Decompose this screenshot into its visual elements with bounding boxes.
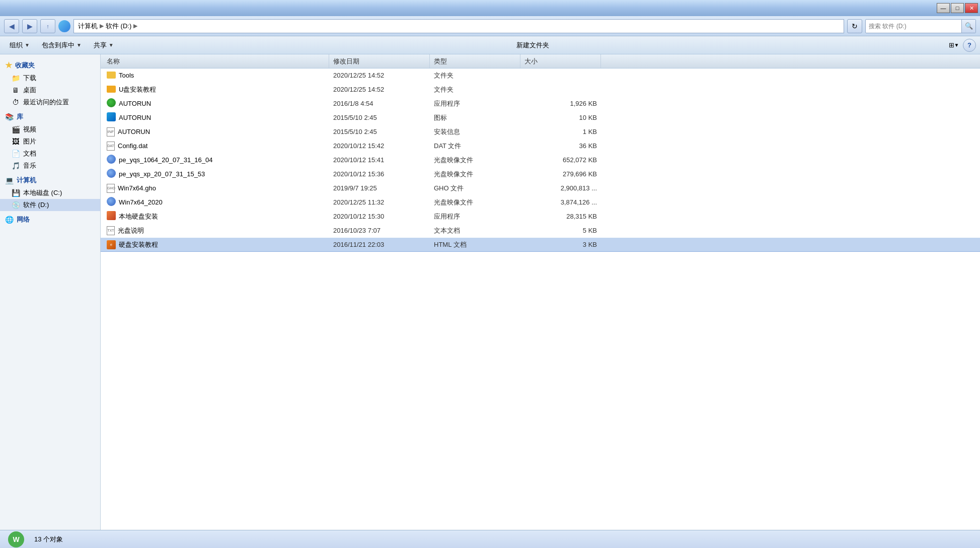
file-name: AUTORUN — [119, 100, 151, 107]
new-folder-button[interactable]: 新建文件夹 — [511, 38, 555, 52]
network-icon: 🌐 — [5, 216, 14, 224]
image-icon: 🖼 — [11, 137, 20, 146]
status-app-icon: W — [8, 531, 24, 547]
file-name-cell: AUTORUN — [103, 98, 329, 109]
include-library-button[interactable]: 包含到库中 ▼ — [36, 38, 87, 52]
help-button[interactable]: ? — [963, 39, 976, 52]
sidebar-computer-header[interactable]: 💻 计算机 — [0, 174, 100, 187]
sidebar-item-image[interactable]: 🖼 图片 — [0, 135, 100, 148]
file-icon-autorun-inf: INF — [107, 127, 115, 136]
table-row[interactable]: e 硬盘安装教程 2016/11/21 22:03 HTML 文档 3 KB — [101, 238, 980, 252]
file-name: Win7x64.gho — [118, 184, 156, 192]
file-name-cell: TXT 光盘说明 — [103, 226, 329, 235]
toolbar: 组织 ▼ 包含到库中 ▼ 共享 ▼ 新建文件夹 ⊞ ▼ ? — [0, 36, 980, 54]
close-button[interactable]: ✕ — [965, 3, 978, 13]
table-row[interactable]: Tools 2020/12/25 14:52 文件夹 — [101, 68, 980, 83]
include-label: 包含到库中 — [42, 41, 74, 50]
table-row[interactable]: AUTORUN 2016/1/8 4:54 应用程序 1,926 KB — [101, 97, 980, 111]
col-header-size[interactable]: 大小 — [520, 54, 601, 68]
file-date-cell: 2016/10/23 7:07 — [329, 227, 430, 234]
file-icon-iso — [107, 169, 116, 179]
file-list: Tools 2020/12/25 14:52 文件夹 U盘安装教程 2020/1… — [101, 68, 980, 530]
back-button[interactable]: ◀ — [4, 19, 19, 33]
file-size-cell: 10 KB — [520, 114, 601, 121]
file-type-cell: 光盘映像文件 — [430, 170, 520, 179]
view-dropdown-icon: ▼ — [954, 42, 959, 48]
file-date-cell: 2020/12/25 14:52 — [329, 86, 430, 93]
file-icon-folder-udisk — [107, 85, 116, 94]
file-date-cell: 2020/10/12 15:41 — [329, 156, 430, 164]
file-icon-autorun-exe — [107, 98, 116, 109]
sidebar-item-downloads[interactable]: 📁 下载 — [0, 72, 100, 84]
address-path[interactable]: 计算机 ▶ 软件 (D:) ▶ — [73, 19, 844, 33]
table-row[interactable]: pe_yqs_1064_20_07_31_16_04 2020/10/12 15… — [101, 153, 980, 167]
new-folder-label: 新建文件夹 — [516, 41, 549, 50]
file-name-cell: e 硬盘安装教程 — [103, 240, 329, 249]
table-row[interactable]: pe_yqs_xp_20_07_31_15_53 2020/10/12 15:3… — [101, 167, 980, 181]
downloads-label: 下载 — [23, 74, 36, 83]
file-icon-autorun-ico — [107, 112, 116, 123]
col-header-type[interactable]: 类型 — [430, 54, 520, 68]
table-row[interactable]: INF AUTORUN 2015/5/10 2:45 安装信息 1 KB — [101, 125, 980, 139]
sidebar-item-drive-c[interactable]: 💾 本地磁盘 (C:) — [0, 187, 100, 199]
table-row[interactable]: TXT 光盘说明 2016/10/23 7:07 文本文档 5 KB — [101, 224, 980, 238]
table-row[interactable]: Win7x64_2020 2020/12/25 11:32 光盘映像文件 3,8… — [101, 195, 980, 210]
favorites-label: 收藏夹 — [15, 61, 35, 70]
file-size-cell: 1,926 KB — [520, 100, 601, 107]
view-button[interactable]: ⊞ ▼ — [947, 38, 961, 52]
file-name: Config.dat — [118, 142, 147, 150]
music-label: 音乐 — [23, 161, 36, 170]
recent-icon: ⏱ — [11, 98, 20, 107]
sidebar-item-desktop[interactable]: 🖥 桌面 — [0, 84, 100, 96]
up-button[interactable]: ↑ — [40, 19, 55, 33]
file-name: 硬盘安装教程 — [119, 240, 158, 249]
window-controls: — □ ✕ — [937, 3, 978, 13]
sidebar-item-document[interactable]: 📄 文档 — [0, 148, 100, 160]
computer-label: 计算机 — [17, 176, 36, 185]
file-date-cell: 2015/5/10 2:45 — [329, 114, 430, 121]
file-date-cell: 2020/10/12 15:30 — [329, 213, 430, 220]
sidebar-library-header[interactable]: 📚 库 — [0, 110, 100, 123]
col-header-name[interactable]: 名称 — [103, 54, 329, 68]
share-button[interactable]: 共享 ▼ — [88, 38, 119, 52]
sidebar-item-video[interactable]: 🎬 视频 — [0, 123, 100, 135]
file-type-cell: HTML 文档 — [430, 240, 520, 249]
table-row[interactable]: DAT Config.dat 2020/10/12 15:42 DAT 文件 3… — [101, 139, 980, 153]
sidebar-item-recent[interactable]: ⏱ 最近访问的位置 — [0, 96, 100, 108]
sidebar-network-header[interactable]: 🌐 网络 — [0, 213, 100, 226]
drive-c-icon: 💾 — [11, 188, 20, 197]
search-box[interactable]: 🔍 — [865, 19, 976, 33]
table-row[interactable]: U盘安装教程 2020/12/25 14:52 文件夹 — [101, 83, 980, 97]
main-area: ★ 收藏夹 📁 下载 🖥 桌面 ⏱ 最近访问的位置 📚 库 � — [0, 54, 980, 530]
organize-button[interactable]: 组织 ▼ — [4, 38, 35, 52]
toolbar-right: ⊞ ▼ ? — [947, 38, 976, 52]
drive-d-label: 软件 (D:) — [23, 200, 49, 210]
path-computer: 计算机 — [78, 22, 98, 31]
folder-icon: 📁 — [11, 74, 20, 83]
file-icon-app-local — [107, 211, 116, 222]
drive-d-icon: 💿 — [11, 200, 20, 210]
forward-button[interactable]: ▶ — [22, 19, 37, 33]
table-row[interactable]: AUTORUN 2015/5/10 2:45 图标 10 KB — [101, 111, 980, 125]
refresh-button[interactable]: ↻ — [847, 19, 862, 33]
maximize-button[interactable]: □ — [951, 3, 964, 13]
file-type-cell: GHO 文件 — [430, 184, 520, 193]
search-input[interactable] — [866, 23, 961, 30]
file-type-cell: 图标 — [430, 113, 520, 122]
minimize-button[interactable]: — — [937, 3, 950, 13]
table-row[interactable]: GHO Win7x64.gho 2019/9/7 19:25 GHO 文件 2,… — [101, 181, 980, 195]
search-icon[interactable]: 🔍 — [961, 20, 975, 33]
file-size-cell: 28,315 KB — [520, 213, 601, 220]
file-name: AUTORUN — [118, 128, 150, 135]
sidebar-favorites-header[interactable]: ★ 收藏夹 — [0, 58, 100, 72]
sidebar-item-drive-d[interactable]: 💿 软件 (D:) — [0, 199, 100, 211]
file-name-cell: U盘安装教程 — [103, 85, 329, 94]
table-row[interactable]: 本地硬盘安装 2020/10/12 15:30 应用程序 28,315 KB — [101, 210, 980, 224]
file-date-cell: 2016/11/21 22:03 — [329, 241, 430, 248]
sidebar-item-music[interactable]: 🎵 音乐 — [0, 160, 100, 172]
file-date-cell: 2015/5/10 2:45 — [329, 128, 430, 135]
col-header-date[interactable]: 修改日期 — [329, 54, 430, 68]
file-area: 名称 修改日期 类型 大小 Tools 2020/12/25 14:52 文件夹… — [101, 54, 980, 530]
file-icon-iso — [107, 155, 116, 165]
status-count: 13 个对象 — [34, 535, 63, 544]
